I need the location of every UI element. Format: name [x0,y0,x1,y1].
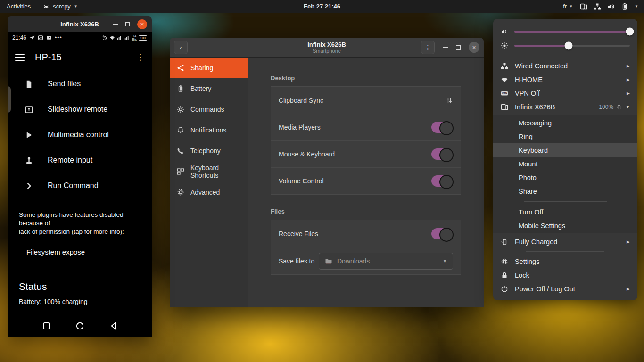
menu-separator [526,56,604,56]
menu-item-device-infinix[interactable]: Infinix X626B 100% ▼ [493,100,637,114]
row-mouse-keyboard[interactable]: Mouse & Keyboard [271,140,461,167]
settings-main-panel: Desktop Clipboard Sync Media Players Mou… [248,58,484,307]
settings-headerbar[interactable]: ‹ Infinix X626B Smartphone ⋮ × [170,38,484,58]
menu-item-label: Lock [515,272,529,279]
menu-item-vpn[interactable]: VPN VPN Off ▶ [493,86,637,100]
volume-icon [501,28,508,35]
maximize-button[interactable] [125,22,130,26]
back-button[interactable] [109,321,118,330]
sidebar-item-battery[interactable]: Battery [170,78,248,99]
signal-bars-icon [117,35,123,41]
submenu-item-turn-off[interactable]: Turn Off [493,205,637,219]
device-battery-percent: 100% [599,104,613,110]
row-media-players[interactable]: Media Players [271,114,461,140]
home-button[interactable] [75,321,84,330]
sync-arrows-icon[interactable] [446,97,453,104]
network-wired-icon [501,62,508,70]
row-receive-files[interactable]: Receive Files [271,220,461,247]
submenu-item-mount[interactable]: Mount [493,157,637,171]
gsconnect-settings-window: ‹ Infinix X626B Smartphone ⋮ × Sharing B… [170,38,484,307]
screen-mirror-icon [580,3,587,10]
sidebar-item-label: Notifications [190,126,226,134]
menu-item-label: Multimedia control [48,131,109,139]
menu-item-label: Wired Connected [515,62,568,70]
row-save-files-to: Save files to Downloads ▼ [271,247,461,274]
menu-item-wired[interactable]: Wired Connected ▶ [493,59,637,73]
volume-slider[interactable] [514,31,630,33]
menu-item-settings[interactable]: Settings [493,255,637,268]
minimize-button[interactable] [113,24,118,25]
close-button[interactable]: × [469,42,479,53]
edge-drawer-handle[interactable] [8,86,11,113]
window-menu-button[interactable]: ⋮ [421,41,435,54]
desktop-settings-card: Clipboard Sync Media Players Mouse & Key… [271,86,461,195]
sidebar-item-commands[interactable]: Commands [170,99,248,120]
plugins-disabled-notice[interactable]: Some plugins have features disabled beca… [8,211,152,237]
mouse-keyboard-toggle[interactable] [431,148,453,160]
save-location-dropdown[interactable]: Downloads ▼ [319,253,453,270]
commands-icon [177,106,184,113]
volume-control-toggle[interactable] [431,175,453,187]
submenu-item-photo[interactable]: Photo [493,171,637,184]
recents-button[interactable] [42,321,51,330]
gear-icon [501,258,508,265]
menu-separator [524,201,607,202]
chevron-right-icon: ▶ [627,77,630,82]
menu-item-lock[interactable]: Lock [493,268,637,282]
sidebar-item-telephony[interactable]: Telephony [170,140,248,161]
folder-icon [325,257,332,265]
files-settings-card: Receive Files Save files to Downloads ▼ [271,220,461,275]
menu-item-label: Infinix X626B [515,103,555,111]
clock[interactable]: Feb 27 21:46 [0,3,644,10]
sidebar-item-sharing[interactable]: Sharing [170,58,248,78]
kebab-menu-icon[interactable]: ⋮ [136,52,144,62]
menu-item-label: Settings [515,258,539,265]
row-volume-control[interactable]: Volume Control [271,167,461,194]
close-button[interactable]: × [137,19,147,29]
menu-item-battery-state[interactable]: Fully Charged ▶ [493,235,637,248]
menu-item-multimedia-control[interactable]: Multimedia control [8,122,152,148]
menu-separator [526,251,604,252]
section-title-files: Files [271,208,461,215]
sidebar-item-label: Advanced [190,189,220,196]
maximize-button[interactable] [456,45,461,50]
menu-item-power[interactable]: Power Off / Log Out ▶ [493,282,637,296]
submenu-item-mobile-settings[interactable]: Mobile Settings [493,219,637,232]
row-clipboard-sync[interactable]: Clipboard Sync [271,87,461,114]
battery-status-line: Battery: 100% charging [19,298,88,305]
sidebar-item-keyboard-shortcuts[interactable]: Keyboard Shortcuts [170,161,248,182]
menu-item-slideshow-remote[interactable]: Slideshow remote [8,97,152,122]
android-navbar [8,315,152,337]
sidebar-item-notifications[interactable]: Notifications [170,120,248,140]
plugin-filesystem-expose[interactable]: Filesystem expose [8,248,152,256]
submenu-item-keyboard[interactable]: Keyboard [493,143,637,157]
media-players-toggle[interactable] [431,122,453,133]
menu-item-label: H-HOME [515,76,543,83]
system-status-area[interactable]: ▼ [580,3,638,10]
brightness-slider[interactable] [514,45,630,47]
image-icon [38,35,43,41]
row-label: Volume Control [279,177,324,185]
gnome-top-bar: Activities scrcpy ▼ Feb 27 21:46 fr ▼ ▼ [0,0,644,13]
minimize-button[interactable] [443,47,448,48]
chevron-down-icon: ▼ [443,259,447,263]
menu-item-wifi[interactable]: H-HOME ▶ [493,73,637,86]
chevron-right-icon [25,181,33,190]
hamburger-menu-icon[interactable] [15,54,25,61]
menu-item-remote-input[interactable]: Remote input [8,148,152,173]
back-button[interactable]: ‹ [174,41,188,54]
chevron-right-icon: ▶ [627,64,630,68]
keyboard-layout-indicator[interactable]: fr ▼ [563,3,573,10]
phone-screen: 21:46 ••• 74B/s 100 HP-15 ⋮ [8,32,152,337]
receive-files-toggle[interactable] [431,228,453,239]
submenu-item-ring[interactable]: Ring [493,130,637,143]
submenu-item-messaging[interactable]: Messaging [493,116,637,130]
menu-item-label: Power Off / Log Out [515,285,575,293]
menu-item-send-files[interactable]: Send files [8,71,152,97]
play-icon [25,131,33,140]
row-label: Clipboard Sync [279,97,323,104]
sidebar-item-advanced[interactable]: Advanced [170,182,248,203]
menu-item-run-command[interactable]: Run Command [8,173,152,198]
submenu-item-share[interactable]: Share [493,184,637,198]
scrcpy-titlebar[interactable]: Infinix X626B × [8,16,152,32]
